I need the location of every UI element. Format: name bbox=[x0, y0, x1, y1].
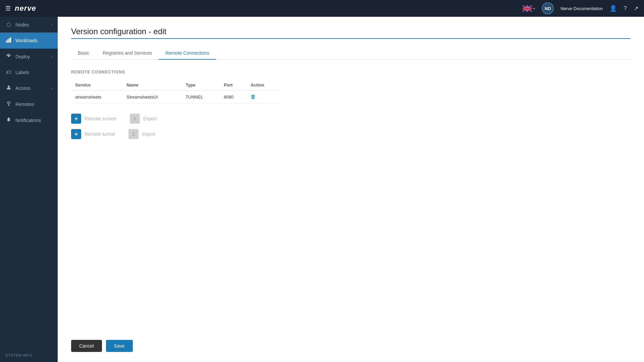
col-header-name: Name bbox=[122, 80, 181, 90]
workloads-icon bbox=[5, 37, 12, 44]
svg-point-5 bbox=[8, 55, 10, 57]
topnav-left: ☰ nerve bbox=[5, 4, 36, 13]
bottom-bar: Cancel Save bbox=[71, 330, 631, 352]
page-title: Version configuration - edit bbox=[71, 27, 631, 39]
menu-icon[interactable]: ☰ bbox=[5, 5, 11, 12]
sidebar-item-access[interactable]: Access › bbox=[0, 80, 58, 96]
system-info-label[interactable]: SYSTEM INFO bbox=[0, 349, 58, 362]
sidebar-label-workloads: Workloads bbox=[15, 38, 38, 43]
svg-point-6 bbox=[8, 85, 10, 87]
add-remote-screen-label: Remote screen bbox=[85, 116, 116, 121]
user-avatar[interactable]: ND bbox=[542, 2, 554, 14]
section-title-remote-connections: REMOTE CONNECTIONS bbox=[71, 70, 631, 74]
export-icon bbox=[130, 114, 140, 124]
action-row-2: + Remote tunnel Import bbox=[71, 129, 631, 139]
labels-icon: 🏷 bbox=[5, 69, 12, 75]
app-body: ⬡ Nodes › Workloads Deploy › bbox=[0, 17, 644, 362]
tab-registries[interactable]: Registries and Services bbox=[96, 47, 159, 60]
action-row-1: + Remote screen Export bbox=[71, 114, 631, 124]
svg-rect-3 bbox=[9, 38, 10, 43]
sidebar-label-notifications: Notifications bbox=[15, 118, 41, 123]
cell-service: streamsheets bbox=[71, 90, 122, 104]
export-label: Export bbox=[143, 116, 157, 121]
notifications-icon bbox=[5, 117, 12, 124]
topnav-right: ▾ ND Nerve Documentation 👤 ? ↗ bbox=[523, 2, 639, 14]
sidebar-label-nodes: Nodes bbox=[15, 22, 29, 27]
sidebar-item-deploy[interactable]: Deploy › bbox=[0, 49, 58, 65]
connections-table: Service Name Type Port Action streamshee… bbox=[71, 80, 279, 104]
remotes-icon bbox=[5, 101, 12, 108]
help-icon[interactable]: ? bbox=[624, 5, 627, 12]
app-logo: nerve bbox=[15, 4, 36, 13]
add-screen-plus-icon: + bbox=[71, 114, 81, 124]
user-profile-icon[interactable]: 👤 bbox=[609, 5, 617, 12]
svg-point-7 bbox=[8, 104, 9, 105]
top-navigation: ☰ nerve ▾ ND Nerve Documentation 👤 ? ↗ bbox=[0, 0, 644, 17]
language-selector[interactable]: ▾ bbox=[523, 5, 535, 12]
svg-rect-4 bbox=[10, 37, 11, 43]
sidebar-label-access: Access bbox=[15, 85, 31, 91]
tab-bar: Basic Registries and Services Remote Con… bbox=[71, 47, 631, 60]
save-button[interactable]: Save bbox=[106, 340, 133, 352]
sidebar-item-nodes[interactable]: ⬡ Nodes › bbox=[0, 17, 58, 33]
deploy-icon bbox=[5, 53, 12, 60]
tab-basic[interactable]: Basic bbox=[71, 47, 96, 60]
import-icon bbox=[128, 129, 139, 139]
import-button[interactable]: Import bbox=[128, 129, 155, 139]
col-header-type: Type bbox=[181, 80, 220, 90]
add-remote-tunnel-button[interactable]: + Remote tunnel bbox=[71, 129, 115, 139]
uk-flag-icon bbox=[523, 5, 532, 12]
sidebar-item-notifications[interactable]: Notifications bbox=[0, 112, 58, 128]
cell-action: 🗑 bbox=[247, 90, 279, 104]
sidebar-item-labels[interactable]: 🏷 Labels bbox=[0, 65, 58, 80]
add-tunnel-plus-icon: + bbox=[71, 129, 81, 139]
sidebar: ⬡ Nodes › Workloads Deploy › bbox=[0, 17, 58, 362]
sidebar-item-remotes[interactable]: Remotes bbox=[0, 96, 58, 112]
table-row: streamsheets StreamsheetsUI TUNNEL 8080 … bbox=[71, 90, 279, 104]
nodes-arrow-icon: › bbox=[51, 23, 52, 26]
language-chevron-icon: ▾ bbox=[533, 7, 535, 10]
tab-remote-connections[interactable]: Remote Connections bbox=[159, 47, 216, 60]
sidebar-item-workloads[interactable]: Workloads bbox=[0, 33, 58, 49]
col-header-service: Service bbox=[71, 80, 122, 90]
export-button[interactable]: Export bbox=[130, 114, 157, 124]
cell-type: TUNNEL bbox=[181, 90, 220, 104]
import-label: Import bbox=[142, 131, 155, 137]
logout-icon[interactable]: ↗ bbox=[634, 5, 639, 12]
deploy-arrow-icon: › bbox=[51, 55, 52, 59]
nodes-icon: ⬡ bbox=[5, 21, 12, 28]
cancel-button[interactable]: Cancel bbox=[71, 340, 102, 352]
delete-row-button[interactable]: 🗑 bbox=[251, 94, 256, 100]
svg-rect-1 bbox=[6, 41, 7, 43]
cell-name: StreamsheetsUI bbox=[122, 90, 181, 104]
main-content: Version configuration - edit Basic Regis… bbox=[58, 17, 644, 362]
cell-port: 8080 bbox=[220, 90, 247, 104]
sidebar-label-labels: Labels bbox=[15, 70, 29, 75]
sidebar-label-deploy: Deploy bbox=[15, 54, 30, 59]
svg-rect-2 bbox=[7, 39, 8, 43]
add-remote-tunnel-label: Remote tunnel bbox=[85, 131, 115, 137]
access-arrow-icon: › bbox=[51, 86, 52, 90]
col-header-action: Action bbox=[247, 80, 279, 90]
add-remote-screen-button[interactable]: + Remote screen bbox=[71, 114, 116, 124]
sidebar-label-remotes: Remotes bbox=[15, 102, 34, 107]
nerve-documentation-link[interactable]: Nerve Documentation bbox=[560, 6, 603, 11]
access-icon bbox=[5, 85, 12, 92]
col-header-port: Port bbox=[220, 80, 247, 90]
